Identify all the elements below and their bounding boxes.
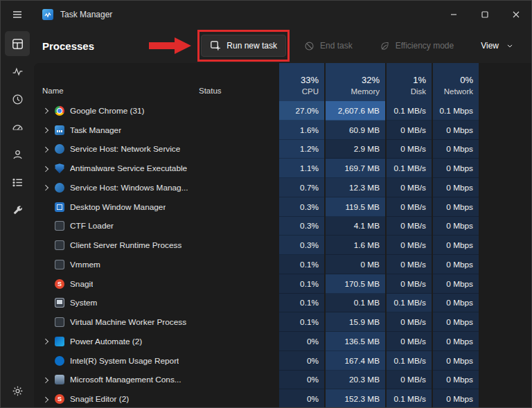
cell-memory: 60.9 MB [324,121,385,140]
process-name: CTF Loader [70,221,114,231]
cell-disk: 0 MB/s [385,371,432,390]
sidebar-item-startup-apps[interactable] [5,114,30,139]
column-header-status[interactable]: Status [195,63,278,101]
table-row[interactable]: Service Host: Network Service 1.2% 2.9 M… [34,140,531,159]
network-total-percent: 0% [460,75,473,85]
table-row[interactable]: System 0.1% 0.1 MB 0.1 MB/s 0 Mbps [34,294,531,313]
sidebar-item-users[interactable] [5,142,30,167]
sidebar-item-services[interactable] [5,197,30,222]
table-row[interactable]: Antimalware Service Executable 1.1% 169.… [34,159,531,178]
cell-memory: 136.5 MB [324,332,385,351]
cell-memory: 119.5 MB [324,197,385,217]
row-expand-chevron[interactable] [42,145,49,152]
disk-total-percent: 1% [413,75,426,85]
efficiency-mode-button[interactable]: Efficiency mode [371,35,463,57]
cell-status [195,217,278,236]
disk-column-label: Disk [411,87,426,96]
cpu-total-percent: 33% [301,75,319,85]
sidebar-item-settings[interactable] [5,378,30,403]
table-row[interactable]: Snagit 0.1% 170.5 MB 0 MB/s 0 Mbps [34,274,531,294]
minimize-button[interactable] [438,1,469,28]
table-row[interactable]: Virtual Machine Worker Process 0.1% 15.9… [34,312,531,332]
cell-disk: 0 MB/s [385,217,432,236]
startup-apps-icon [12,121,24,133]
cell-name: Snagit Editor (2) [34,389,195,407]
table-row[interactable]: Client Server Runtime Process 0.3% 1.6 M… [34,236,531,255]
cell-filler [479,255,531,274]
column-header-name[interactable]: Name [34,63,195,101]
close-button[interactable] [500,1,531,28]
cell-network: 0 Mbps [432,178,479,197]
row-expand-chevron[interactable] [42,376,49,383]
cell-network: 0 Mbps [432,217,479,236]
sidebar-item-app-history[interactable] [5,87,30,112]
cell-filler [479,159,531,178]
end-task-button[interactable]: End task [295,35,362,57]
end-task-label: End task [320,41,353,51]
table-row[interactable]: Intel(R) System Usage Report 0% 167.4 MB… [34,351,531,371]
cell-status [195,294,278,313]
row-expand-chevron[interactable] [42,127,49,134]
sidebar-item-performance[interactable] [5,59,30,84]
cell-disk: 0 MB/s [385,140,432,159]
cell-memory: 1.6 MB [324,236,385,255]
view-button[interactable]: View [472,35,520,57]
users-icon [12,149,24,161]
cell-cpu: 0% [278,332,324,351]
generic-icon [55,317,64,327]
column-header-network[interactable]: 0% Network [432,63,479,101]
table-row[interactable]: Task Manager 1.6% 60.9 MB 0 MB/s 0 Mbps [34,121,531,140]
column-header-cpu[interactable]: 33% CPU [278,63,324,101]
cell-cpu: 0.3% [278,197,324,217]
row-expand-chevron[interactable] [42,396,49,402]
cell-disk: 0 MB/s [385,332,432,351]
hamburger-menu-button[interactable] [1,1,34,28]
cell-disk: 0.1 MB/s [385,159,432,178]
services-icon [12,204,24,216]
task-manager-app-icon [42,9,53,20]
servicehost-icon [55,144,64,154]
column-header-memory[interactable]: 32% Memory [324,63,385,101]
cell-filler [479,140,531,159]
cell-network: 0 Mbps [432,255,479,274]
table-row[interactable]: Google Chrome (31) 27.0% 2,607.6 MB 0.1 … [34,101,531,121]
cell-memory: 0.1 MB [324,294,385,313]
cell-network: 0 Mbps [432,159,479,178]
system-icon [55,298,64,308]
cell-network: 0 Mbps [432,332,479,351]
table-row[interactable]: Snagit Editor (2) 0% 152.3 MB 0.1 MB/s 0… [34,389,531,407]
cell-disk: 0 MB/s [385,121,432,140]
table-row[interactable]: Desktop Window Manager 0.3% 119.5 MB 0 M… [34,197,531,217]
table-row[interactable]: Power Automate (2) 0% 136.5 MB 0 MB/s 0 … [34,332,531,351]
cell-name: System [34,294,195,313]
cell-memory: 2,607.6 MB [324,101,385,121]
run-new-task-button[interactable]: Run new task [201,35,286,57]
cell-disk: 0 MB/s [385,255,432,274]
process-name: Snagit [70,279,93,289]
row-expand-chevron[interactable] [42,165,49,172]
row-expand-chevron[interactable] [42,338,49,345]
cell-name: Client Server Runtime Process [34,236,195,255]
row-expand-chevron[interactable] [42,107,49,114]
table-row[interactable]: Microsoft Management Cons... 0% 20.3 MB … [34,371,531,390]
table-row[interactable]: CTF Loader 0.3% 4.1 MB 0 MB/s 0 Mbps [34,217,531,236]
sidebar-item-processes[interactable] [5,31,30,56]
row-expand-chevron[interactable] [42,184,49,191]
cell-memory: 20.3 MB [324,371,385,390]
process-name: Power Automate (2) [70,337,142,346]
task-manager-window: Task Manager [0,0,532,408]
column-header-disk[interactable]: 1% Disk [385,63,432,101]
cell-status [195,371,278,390]
cell-name: Google Chrome (31) [34,101,195,121]
table-row[interactable]: Vmmem 0.1% 0 MB 0 MB/s 0 Mbps [34,255,531,274]
memory-column-label: Memory [351,87,380,96]
cell-status [195,351,278,371]
cell-name: Desktop Window Manager [34,197,195,217]
cell-network: 0 Mbps [432,389,479,407]
maximize-button[interactable] [469,1,500,28]
hamburger-icon [12,9,23,20]
sidebar [1,28,34,407]
view-label: View [481,41,499,51]
sidebar-item-details[interactable] [5,170,30,195]
table-row[interactable]: Service Host: Windows Manag... 0.7% 12.3… [34,178,531,197]
